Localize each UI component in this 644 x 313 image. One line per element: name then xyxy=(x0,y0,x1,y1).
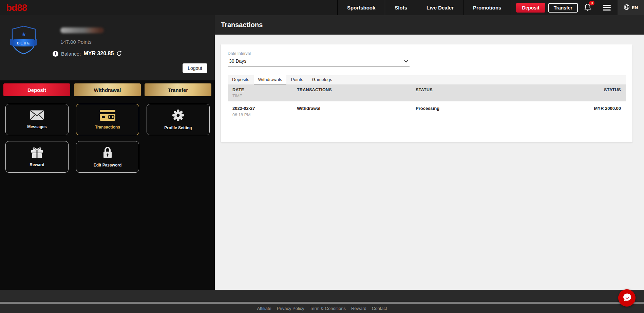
lock-icon xyxy=(102,146,113,160)
hamburger-menu-icon[interactable] xyxy=(603,5,611,11)
tab-points[interactable]: Points xyxy=(286,75,307,84)
top-nav: bd88 Sportsbook Slots Live Dealer Promot… xyxy=(0,0,644,15)
menu-card-profile-setting[interactable]: Profile Setting xyxy=(147,104,210,135)
menu-card-label: Reward xyxy=(30,162,44,167)
page-title: Transactions xyxy=(215,15,644,35)
tier-badge: ★ BLUE xyxy=(10,25,37,57)
deposit-button[interactable]: Deposit xyxy=(3,83,70,96)
footer: Affiliate Privacy Policy Term & Conditio… xyxy=(0,304,644,313)
withdrawal-button[interactable]: Withdrawal xyxy=(74,83,141,96)
balance-label: Balance: xyxy=(61,51,81,57)
language-label: EN xyxy=(632,5,638,10)
table-header: DATE TIME TRANSACTIONS STATUS STATUS xyxy=(228,84,626,101)
profile-section: ★ BLUE 147.00 Points ! Balance: MYR 320.… xyxy=(0,15,215,80)
nav-item-promotions[interactable]: Promotions xyxy=(463,0,511,15)
footer-link-privacy-policy[interactable]: Privacy Policy xyxy=(277,306,304,311)
transfer-button[interactable]: Transfer xyxy=(145,83,211,96)
date-interval-select[interactable]: 30 Days xyxy=(228,56,410,67)
account-sidebar: ★ BLUE 147.00 Points ! Balance: MYR 320.… xyxy=(0,15,215,290)
menu-card-reward[interactable]: Reward xyxy=(5,141,69,173)
points-balance: 147.00 Points xyxy=(60,39,122,45)
balance-value: MYR 320.85 xyxy=(83,51,114,57)
footer-link-affiliate[interactable]: Affiliate xyxy=(257,306,271,311)
transactions-panel: Date Interval 30 Days Deposits Withdrawa… xyxy=(221,44,632,142)
nav-item-sportsbook[interactable]: Sportsbook xyxy=(337,0,385,15)
wallet-actions: Deposit Withdrawal Transfer xyxy=(0,80,215,99)
cell-time: 06:18 PM xyxy=(232,113,297,117)
notification-badge: 0 xyxy=(589,1,594,5)
live-chat-button[interactable] xyxy=(618,289,636,307)
envelope-icon xyxy=(30,110,44,122)
nav-transfer-button[interactable]: Transfer xyxy=(548,3,578,13)
tab-gamelogs[interactable]: Gamelogs xyxy=(308,75,337,84)
nav-item-live-dealer[interactable]: Live Dealer xyxy=(417,0,463,15)
column-header-amount: STATUS xyxy=(543,87,621,98)
cell-date: 2022-02-27 xyxy=(232,106,297,111)
star-icon: ★ xyxy=(21,31,26,38)
footer-link-terms[interactable]: Term & Conditions xyxy=(310,306,346,311)
menu-card-label: Messages xyxy=(27,124,46,129)
menu-card-label: Edit Password xyxy=(94,163,122,168)
logout-button[interactable]: Logout xyxy=(183,63,207,73)
tab-deposits[interactable]: Deposits xyxy=(228,75,254,84)
menu-card-transactions[interactable]: Transactions xyxy=(76,104,139,135)
tab-withdrawals[interactable]: Withdrawals xyxy=(254,75,287,84)
date-interval-value: 30 Days xyxy=(229,58,246,64)
info-icon[interactable]: ! xyxy=(53,51,58,57)
column-header-status: STATUS xyxy=(416,87,543,98)
footer-link-contact[interactable]: Contact xyxy=(372,306,387,311)
column-header-date: DATE xyxy=(232,87,297,92)
chat-bubble-icon xyxy=(622,293,632,304)
column-header-time: TIME xyxy=(232,94,297,98)
cell-status: Processing xyxy=(416,106,543,117)
date-interval-label: Date Interval xyxy=(228,51,626,56)
bottom-strip xyxy=(0,290,644,302)
main-menu: Sportsbook Slots Live Dealer Promotions xyxy=(337,0,511,15)
footer-link-reward[interactable]: Reward xyxy=(351,306,366,311)
column-header-transactions: TRANSACTIONS xyxy=(297,87,416,98)
transaction-tabs: Deposits Withdrawals Points Gamelogs xyxy=(228,75,626,84)
nav-deposit-button[interactable]: Deposit xyxy=(516,3,545,13)
cell-amount: MYR 2000.00 xyxy=(543,106,621,117)
table-row: 2022-02-27 06:18 PM Withdrawal Processin… xyxy=(228,101,626,122)
gift-icon xyxy=(31,146,43,160)
menu-card-label: Profile Setting xyxy=(164,125,192,130)
notifications-button[interactable]: 0 xyxy=(584,3,591,13)
credit-card-icon xyxy=(100,110,115,122)
menu-card-edit-password[interactable]: Edit Password xyxy=(76,141,139,173)
globe-icon xyxy=(624,4,630,11)
tier-label: BLUE xyxy=(17,41,31,45)
chevron-down-icon xyxy=(404,58,408,64)
brand-logo[interactable]: bd88 xyxy=(6,2,27,13)
menu-card-messages[interactable]: Messages xyxy=(5,104,69,135)
main-content: Transactions Date Interval 30 Days Depos… xyxy=(215,15,644,290)
refresh-balance-icon[interactable] xyxy=(116,51,122,56)
cell-transaction: Withdrawal xyxy=(297,106,416,117)
menu-card-label: Transactions xyxy=(95,125,120,130)
username-redacted xyxy=(60,27,104,33)
account-menu-grid: Messages Transactions xyxy=(0,99,215,177)
gear-icon xyxy=(172,109,184,123)
language-selector[interactable]: EN xyxy=(618,0,644,15)
nav-item-slots[interactable]: Slots xyxy=(385,0,417,15)
